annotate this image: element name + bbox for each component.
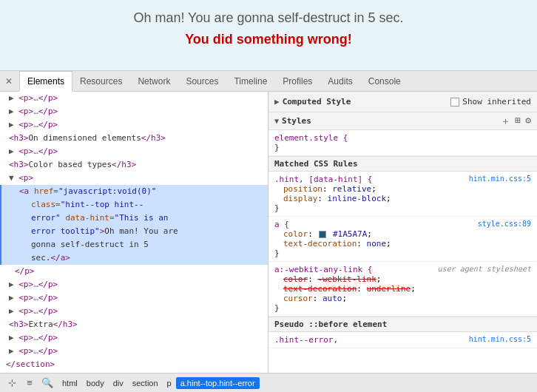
toggle-icon[interactable]: ⊞ (515, 115, 521, 128)
css-val: -webkit-link (317, 274, 376, 284)
styles-toolbar: ▼ Styles ＋ ⊞ ⚙ (268, 112, 537, 130)
breadcrumb-section[interactable]: section (128, 377, 163, 389)
css-selector: .hint, [data-hint] { (274, 175, 372, 184)
css-val: inline-block (328, 194, 386, 203)
dom-line[interactable]: ▶ <p>…</p> (0, 305, 268, 318)
tab-network[interactable]: Network (130, 71, 178, 92)
css-rule-a: a { style.css:89 color: #1A5A7A; text-de… (268, 217, 537, 262)
breadcrumb-active[interactable]: a.hint--top.hint--error (176, 377, 260, 389)
bottom-bar: ⊹ ≡ 🔍 html body div section p a.hint--to… (0, 373, 537, 392)
css-val: #1A5A7A (333, 229, 367, 239)
dom-line[interactable]: ▶ <p>…</p> (0, 145, 268, 158)
show-inherited-label: Show inherited (462, 97, 531, 107)
preview-line1: Oh man! You are gonna self-destruct in 5… (15, 10, 522, 26)
css-close-brace: } (274, 249, 280, 258)
dom-line[interactable]: ▶ <p>…</p> (0, 345, 268, 358)
dom-panel: ▶ <p>…</p> ▶ <p>…</p> ▶ <p>…</p> <h3>On … (0, 92, 268, 373)
cursor-icon[interactable]: ⊹ (4, 376, 19, 391)
dom-line[interactable]: ▶ <p>…</p> (0, 278, 268, 291)
css-val: relative (332, 184, 371, 194)
css-rule-webkit-any-link: a:-webkit-any-link { user agent styleshe… (268, 262, 537, 317)
breadcrumb-body[interactable]: body (82, 377, 109, 389)
styles-label: Styles (282, 116, 311, 126)
breadcrumb-div[interactable]: div (109, 377, 128, 389)
preview-area: Oh man! You are gonna self-destruct in 5… (0, 0, 537, 70)
css-selector: a { (274, 220, 289, 229)
css-close-brace: } (274, 303, 280, 313)
add-rule-icon[interactable]: ＋ (501, 115, 510, 128)
css-val: none (367, 239, 387, 249)
main-content: ▶ <p>…</p> ▶ <p>…</p> ▶ <p>…</p> <h3>On … (0, 92, 537, 373)
css-prop: cursor (283, 294, 313, 303)
css-val: auto (322, 294, 342, 303)
dom-tree-icon[interactable]: ≡ (22, 376, 37, 391)
tab-timeline[interactable]: Timeline (226, 71, 275, 92)
css-prop: text-decoration (283, 239, 357, 249)
css-val: underline (367, 284, 411, 294)
css-selector: a:-webkit-any-link { (274, 265, 372, 274)
css-rule-pseudo: .hint--error, hint.min.css:5 (268, 332, 537, 348)
dom-line[interactable]: ▶ <p>…</p> (0, 331, 268, 345)
css-prop: color (283, 274, 308, 284)
close-icon[interactable]: ✕ (3, 75, 15, 87)
css-file-link[interactable]: style.css:89 (478, 220, 531, 228)
dom-line[interactable]: </p> (0, 265, 268, 278)
css-close-brace: } (274, 143, 280, 152)
matched-css-header: Matched CSS Rules (268, 156, 537, 172)
dom-line[interactable]: <h3>Color based types</h3> (0, 158, 268, 172)
tab-resources[interactable]: Resources (72, 71, 130, 92)
css-close-brace: } (274, 203, 280, 213)
pseudo-header: Pseudo ::before element (268, 317, 537, 332)
preview-line2: You did something wrong! (15, 32, 522, 47)
css-selector: .hint--error, (274, 335, 338, 345)
dom-line[interactable]: </section> (0, 358, 268, 371)
tab-elements[interactable]: Elements (19, 71, 72, 92)
tab-audits[interactable]: Audits (320, 71, 360, 92)
css-file-link[interactable]: hint.min.css:5 (469, 175, 531, 183)
css-rule-hint: .hint, [data-hint] { hint.min.css:5 posi… (268, 172, 537, 217)
tab-bar: ✕ Elements Resources Network Sources Tim… (0, 71, 537, 92)
show-inherited-checkbox[interactable] (450, 98, 459, 107)
dom-line[interactable]: ▶ <p>…</p> (0, 92, 268, 105)
css-file-link[interactable]: hint.min.css:5 (469, 335, 531, 343)
dom-line[interactable]: <h3>Extra</h3> (0, 318, 268, 331)
dom-line[interactable]: ▼ <p> (0, 172, 268, 185)
style-panel: ▶ Computed Style Show inherited ▼ Styles… (268, 92, 537, 373)
dom-line[interactable]: ▶ <p>…</p> (0, 105, 268, 118)
color-swatch (319, 231, 326, 238)
css-prop: position (283, 184, 322, 194)
css-file-link: user agent stylesheet (438, 265, 531, 273)
styles-arrow-icon: ▼ (274, 117, 279, 125)
css-selector: element.style { (274, 133, 348, 143)
css-prop: color (283, 229, 308, 239)
css-prop: text-decoration (283, 284, 357, 294)
search-icon[interactable]: 🔍 (40, 376, 55, 391)
css-prop: display (283, 194, 317, 203)
dom-line[interactable]: ▶ <p>…</p> (0, 291, 268, 305)
show-inherited-control: Show inherited (450, 97, 531, 107)
dom-line[interactable]: ▶ <p>…</p> (0, 118, 268, 132)
breadcrumb-p[interactable]: p (163, 377, 176, 389)
breadcrumb-html[interactable]: html (58, 377, 82, 389)
settings-icon[interactable]: ⚙ (525, 115, 531, 128)
devtools-panel: ✕ Elements Resources Network Sources Tim… (0, 70, 537, 392)
pseudo-label: Pseudo ::before element (274, 320, 387, 329)
computed-arrow-icon: ▶ (274, 97, 280, 107)
css-rule-element-style: element.style { } (268, 130, 537, 156)
dom-line[interactable]: <h3>On dimensioned elements</h3> (0, 132, 268, 145)
computed-style-header: ▶ Computed Style Show inherited (268, 92, 537, 112)
tab-profiles[interactable]: Profiles (275, 71, 320, 92)
dom-anchor-line[interactable]: <a href="javascript:void(0)" class="hint… (0, 185, 268, 265)
tab-sources[interactable]: Sources (178, 71, 226, 92)
computed-style-label: Computed Style (283, 97, 351, 107)
styles-action-icons: ＋ ⊞ ⚙ (501, 115, 531, 128)
tab-console[interactable]: Console (361, 71, 409, 92)
